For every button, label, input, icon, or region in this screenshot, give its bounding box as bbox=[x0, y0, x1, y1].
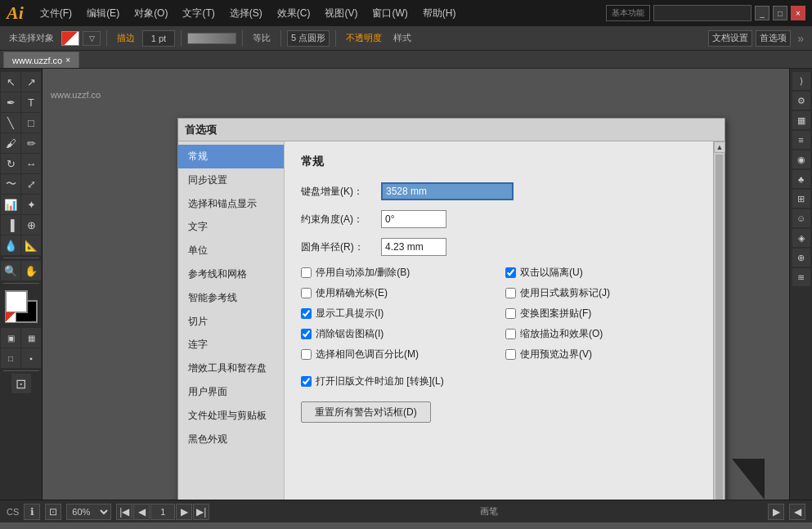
panel-btn-2[interactable]: ⚙ bbox=[792, 92, 810, 110]
type-tool[interactable]: T bbox=[21, 92, 41, 112]
sidebar-item-hyphen[interactable]: 连字 bbox=[178, 333, 284, 356]
warp-tool[interactable]: 〜 bbox=[1, 174, 20, 194]
menu-view[interactable]: 视图(V) bbox=[318, 3, 364, 24]
panel-btn-9[interactable]: ◈ bbox=[792, 229, 810, 247]
checkbox-same-tint-input[interactable] bbox=[301, 349, 312, 360]
hand-tool[interactable]: ✋ bbox=[21, 261, 41, 280]
direct-select-tool[interactable]: ↗ bbox=[21, 72, 41, 92]
menu-effect[interactable]: 效果(C) bbox=[271, 3, 317, 24]
panel-btn-3[interactable]: ▦ bbox=[792, 111, 810, 129]
sidebar-item-units[interactable]: 单位 bbox=[178, 239, 284, 262]
constrain-angle-input[interactable] bbox=[381, 210, 446, 228]
graph-tool[interactable]: 📊 bbox=[1, 195, 20, 214]
sidebar-item-plugins[interactable]: 增效工具和暂存盘 bbox=[178, 356, 284, 380]
scrollbar-up-arrow[interactable]: ▲ bbox=[714, 141, 725, 153]
line-tool[interactable]: ╲ bbox=[1, 113, 20, 132]
menu-edit[interactable]: 编辑(E) bbox=[80, 3, 126, 24]
close-button[interactable]: × bbox=[791, 6, 805, 20]
menu-text[interactable]: 文字(T) bbox=[176, 3, 221, 24]
checkbox-show-tooltips-input[interactable] bbox=[301, 308, 312, 319]
checkbox-double-click-input[interactable] bbox=[505, 267, 516, 278]
blend-tool[interactable]: ⊕ bbox=[21, 215, 41, 235]
stroke-width-input[interactable] bbox=[142, 30, 175, 47]
workspace-selector[interactable]: 基本功能 bbox=[606, 5, 650, 21]
sidebar-item-guides[interactable]: 参考线和网格 bbox=[178, 262, 284, 286]
corner-radius-input[interactable] bbox=[381, 238, 446, 256]
panel-btn-1[interactable]: ⟩ bbox=[792, 72, 810, 90]
scale-tool[interactable]: ⤢ bbox=[21, 174, 41, 194]
rotate-tool[interactable]: ↻ bbox=[1, 154, 20, 173]
status-info-btn[interactable]: ℹ bbox=[24, 504, 40, 520]
column-graph-tool[interactable]: ▐ bbox=[1, 215, 20, 235]
page-number-input[interactable] bbox=[150, 504, 175, 520]
sidebar-item-general[interactable]: 常规 bbox=[178, 145, 284, 168]
shape-selector[interactable]: 5 点圆形 bbox=[287, 30, 330, 47]
menu-select[interactable]: 选择(S) bbox=[223, 3, 269, 24]
status-play-btn[interactable]: ▶ bbox=[768, 504, 784, 520]
dialog-scrollbar[interactable]: ▲ ▼ bbox=[713, 141, 725, 500]
menu-object[interactable]: 对象(O) bbox=[128, 3, 174, 24]
symbol-tool[interactable]: ✦ bbox=[21, 195, 41, 214]
panel-btn-4[interactable]: ≡ bbox=[792, 131, 810, 149]
scrollbar-thumb[interactable] bbox=[716, 155, 723, 500]
gradient-btn[interactable]: ▦ bbox=[21, 328, 41, 347]
prev-page-btn[interactable]: ◀ bbox=[133, 504, 150, 520]
color-indicator[interactable] bbox=[61, 31, 79, 46]
pen-tool[interactable]: ✒ bbox=[1, 92, 20, 112]
checkbox-scale-strokes-input[interactable] bbox=[505, 329, 516, 339]
panel-btn-10[interactable]: ⊕ bbox=[792, 249, 810, 267]
zoom-select[interactable]: 60% 75% 100% bbox=[66, 504, 111, 520]
minimize-button[interactable]: _ bbox=[755, 6, 769, 20]
eyedropper-tool[interactable]: 💧 bbox=[1, 235, 20, 255]
fill-btn[interactable]: ▣ bbox=[1, 328, 20, 347]
sidebar-item-selection[interactable]: 选择和锚点显示 bbox=[178, 192, 284, 216]
sidebar-item-type[interactable]: 文字 bbox=[178, 215, 284, 239]
preferences-btn[interactable]: 首选项 bbox=[756, 30, 791, 47]
checkbox-append-legacy-input[interactable] bbox=[301, 376, 312, 387]
foreground-color[interactable] bbox=[5, 290, 28, 313]
expand-icon[interactable]: » bbox=[794, 32, 807, 45]
checkbox-precise-cursor-input[interactable] bbox=[301, 288, 312, 298]
status-stop-btn[interactable]: ◀ bbox=[789, 504, 805, 520]
checkbox-preview-bounds-input[interactable] bbox=[505, 349, 516, 360]
checkbox-transform-pattern-input[interactable] bbox=[505, 308, 516, 319]
last-page-btn[interactable]: ▶| bbox=[193, 504, 209, 520]
normal-mode-btn[interactable]: □ bbox=[1, 348, 20, 368]
panel-btn-6[interactable]: ♣ bbox=[792, 170, 810, 188]
panel-btn-7[interactable]: ⊞ bbox=[792, 190, 810, 208]
maximize-button[interactable]: □ bbox=[773, 6, 787, 20]
stroke-mode-btn[interactable]: ▽ bbox=[83, 31, 101, 46]
search-input[interactable] bbox=[653, 5, 751, 21]
sidebar-item-smart-guides[interactable]: 智能参考线 bbox=[178, 286, 284, 310]
measure-tool[interactable]: 📐 bbox=[21, 235, 41, 255]
keyboard-increment-input[interactable] bbox=[381, 182, 514, 200]
sidebar-item-sync[interactable]: 同步设置 bbox=[178, 168, 284, 192]
sidebar-item-file[interactable]: 文件处理与剪贴板 bbox=[178, 404, 284, 428]
sidebar-item-black[interactable]: 黑色外观 bbox=[178, 428, 284, 451]
checkbox-auto-add-input[interactable] bbox=[301, 267, 312, 278]
checkbox-antialias-input[interactable] bbox=[301, 329, 312, 339]
checkbox-japanese-marks-input[interactable] bbox=[505, 288, 516, 298]
tab-close-icon[interactable]: × bbox=[65, 56, 70, 65]
mask-mode-btn[interactable]: ▪ bbox=[21, 348, 41, 368]
reflect-tool[interactable]: ↔ bbox=[21, 154, 41, 173]
pencil-tool[interactable]: ✏ bbox=[21, 133, 41, 153]
sidebar-item-slices[interactable]: 切片 bbox=[178, 310, 284, 334]
menu-help[interactable]: 帮助(H) bbox=[416, 3, 463, 24]
menu-window[interactable]: 窗口(W) bbox=[366, 3, 414, 24]
menu-file[interactable]: 文件(F) bbox=[34, 3, 79, 24]
select-tool[interactable]: ↖ bbox=[1, 72, 20, 92]
sidebar-item-ui[interactable]: 用户界面 bbox=[178, 380, 284, 404]
screen-mode-btn[interactable]: ⊡ bbox=[11, 374, 31, 393]
reset-warnings-button[interactable]: 重置所有警告对话框(D) bbox=[301, 401, 431, 423]
document-tab[interactable]: www.uzzf.co × bbox=[3, 52, 79, 68]
panel-btn-8[interactable]: ☺ bbox=[792, 209, 810, 227]
zoom-tool[interactable]: 🔍 bbox=[1, 261, 20, 280]
rect-tool[interactable]: □ bbox=[21, 113, 41, 132]
doc-settings-btn[interactable]: 文档设置 bbox=[708, 30, 752, 47]
status-expand-btn[interactable]: ⊡ bbox=[45, 504, 61, 520]
panel-btn-5[interactable]: ◉ bbox=[792, 150, 810, 168]
panel-btn-11[interactable]: ≋ bbox=[792, 268, 810, 286]
first-page-btn[interactable]: |◀ bbox=[116, 504, 132, 520]
next-page-btn[interactable]: ▶ bbox=[176, 504, 192, 520]
